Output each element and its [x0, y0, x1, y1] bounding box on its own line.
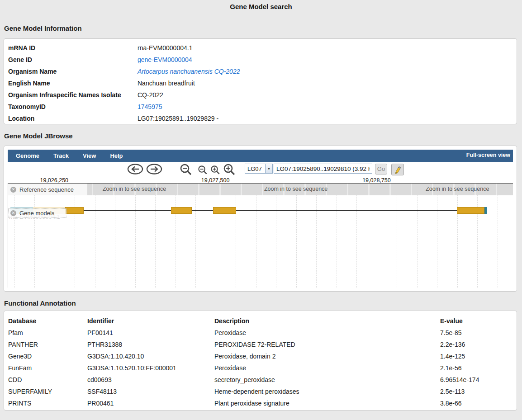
annotation-table-row: FunFam G3DSA:1.10.520.10:FF:000001 Perox… — [4, 362, 517, 374]
annotation-cell-database: CDD — [8, 376, 87, 383]
info-row-value: rna-EVM0000004.1 — [138, 44, 517, 52]
track-label-text: Gene models — [19, 210, 54, 217]
jbrowse-panel: GenomeTrackViewHelp Full-screen view — [4, 146, 517, 292]
annotation-table-row: CDD cd00693 secretory_peroxidase 6.96514… — [4, 374, 517, 386]
info-row: Gene ID gene-EVM0000004 — [4, 54, 517, 66]
minor-gridline — [397, 184, 397, 288]
annotation-cell-identifier: PF00141 — [87, 329, 214, 336]
info-row-label: Location — [8, 115, 138, 122]
jbrowse-track-canvas[interactable]: Zoom in to see sequenceZoom in to see se… — [8, 184, 513, 288]
annotation-cell-identifier: PTHR31388 — [87, 341, 214, 348]
minor-gridline — [417, 184, 418, 288]
zoom-in-large-button[interactable] — [223, 163, 236, 176]
pan-right-button[interactable] — [146, 164, 162, 175]
minor-gridline — [337, 184, 337, 288]
minor-gridline — [14, 184, 15, 288]
info-row-value-link[interactable]: 1745975 — [138, 103, 517, 110]
major-gridline — [377, 184, 377, 288]
minor-gridline — [296, 184, 297, 288]
info-row-value-link[interactable]: gene-EVM0000004 — [138, 56, 517, 63]
gene-segment-exon[interactable] — [171, 207, 192, 214]
minor-gridline — [276, 184, 276, 288]
info-row-value: Nanchuan breadfruit — [138, 80, 517, 87]
annotation-table-row: PANTHER PTHR31388 PEROXIDASE 72-RELATED … — [4, 339, 517, 350]
zoom-out-small-button[interactable] — [198, 165, 208, 175]
menu-item-track[interactable]: Track — [47, 152, 75, 159]
gene-segment-exon[interactable] — [213, 207, 236, 214]
location-input[interactable] — [274, 164, 372, 174]
functional-annotation-panel: Database Identifier Description E-value … — [4, 311, 517, 411]
zoom-in-message: Zoom in to see sequence — [264, 186, 327, 192]
annotation-cell-description: Peroxidase, domain 2 — [214, 353, 440, 360]
annotation-cell-identifier: PR00461 — [87, 400, 214, 407]
annotation-cell-identifier: G3DSA:1.10.420.10 — [87, 353, 214, 360]
info-row: Organism Name Artocarpus nanchuanensis C… — [4, 66, 517, 77]
zoom-out-large-button[interactable] — [180, 163, 192, 176]
gene-segment-utr[interactable] — [484, 207, 487, 214]
info-row-label: Gene ID — [8, 56, 138, 63]
gene-segment-exon[interactable] — [457, 207, 484, 214]
zoom-in-small-button[interactable] — [210, 165, 220, 175]
annotation-cell-identifier: cd00693 — [87, 376, 214, 383]
chevron-down-icon[interactable]: ▼ — [265, 164, 273, 174]
refseq-dropdown-value: LG07 — [245, 164, 265, 174]
minor-gridline — [195, 184, 196, 288]
close-track-icon[interactable]: ✕ — [10, 210, 16, 216]
menu-item-view[interactable]: View — [77, 152, 102, 159]
annotation-cell-identifier: G3DSA:1.10.520.10:FF:000001 — [87, 364, 214, 372]
major-gridline — [216, 184, 216, 288]
annotation-cell-description: Peroxidase — [214, 329, 440, 336]
jbrowse-menubar: GenomeTrackViewHelp Full-screen view — [8, 150, 513, 162]
minor-gridline — [457, 184, 458, 288]
major-gridline — [55, 184, 55, 288]
minor-gridline — [34, 184, 35, 288]
info-row-value: CQ-2022 — [138, 91, 517, 99]
go-button[interactable]: Go — [375, 164, 387, 175]
minor-gridline — [95, 184, 95, 288]
magnifier-minus-icon — [198, 165, 208, 175]
jbrowse-ruler[interactable]: 19,026,25019,027,50019,028,750 — [8, 177, 513, 184]
fullscreen-view-link[interactable]: Full-screen view — [466, 152, 510, 158]
minor-gridline — [176, 184, 176, 288]
gene-model-info-panel: mRNA ID rna-EVM0000004.1 Gene ID gene-EV… — [4, 38, 517, 124]
reference-sequence-track-label[interactable]: ✕ Reference sequence — [8, 184, 87, 195]
annotation-cell-evalue: 2.5e-113 — [440, 388, 517, 395]
info-row-value-link[interactable]: Artocarpus nanchuanensis CQ-2022 — [138, 68, 517, 75]
track-label-text: Reference sequence — [19, 186, 74, 193]
jbrowse-toolbar: LG07 ▼ Go — [8, 162, 513, 177]
annotation-table-row: PRINTS PR00461 Plant peroxidase signatur… — [4, 397, 517, 409]
menu-item-help[interactable]: Help — [104, 152, 128, 159]
refseq-dropdown[interactable]: LG07 ▼ — [245, 164, 273, 174]
close-track-icon[interactable]: ✕ — [10, 187, 16, 193]
menu-item-genome[interactable]: Genome — [10, 152, 45, 159]
jbrowse-section-heading: Gene Model JBrowse — [4, 132, 522, 140]
annotation-cell-description: Peroxidase — [214, 364, 440, 372]
annotation-cell-description: secretory_peroxidase — [214, 376, 440, 383]
annotation-cell-database: FunFam — [8, 364, 87, 372]
annotation-cell-evalue: 2.2e-136 — [440, 341, 517, 348]
gene-segment-exon[interactable] — [65, 207, 84, 214]
gene-models-track-label[interactable]: ✕ Gene models — [8, 208, 66, 218]
magnifier-plus-icon — [210, 165, 220, 175]
info-row-label: TaxonomyID — [8, 103, 138, 110]
info-row: mRNA ID rna-EVM0000004.1 — [4, 42, 517, 54]
left-arrow-icon — [127, 164, 143, 175]
annotation-section-heading: Functional Annotation — [4, 299, 522, 307]
annotation-table-row: Pfam PF00141 Peroxidase 7.5e-85 — [4, 327, 517, 339]
info-row: English Name Nanchuan breadfruit — [4, 77, 517, 89]
annotation-cell-identifier: Identifier — [87, 317, 214, 325]
info-row-value: LG07:19025891..19029829 - — [138, 115, 517, 122]
annotation-table-header-row: Database Identifier Description E-value — [4, 315, 517, 327]
zoom-in-message: Zoom in to see sequence — [103, 186, 166, 192]
annotation-cell-identifier: SSF48113 — [87, 388, 214, 395]
info-row-label: English Name — [8, 80, 138, 87]
annotation-cell-database: PANTHER — [8, 341, 87, 348]
minor-gridline — [236, 184, 236, 288]
highlight-tool-button[interactable] — [391, 164, 404, 175]
pan-left-button[interactable] — [127, 164, 143, 175]
annotation-cell-database: SUPERFAMILY — [8, 388, 87, 395]
highlighter-icon — [393, 165, 402, 174]
info-row: Location LG07:19025891..19029829 - — [4, 113, 517, 124]
annotation-table-row: Gene3D G3DSA:1.10.420.10 Peroxidase, dom… — [4, 350, 517, 362]
annotation-cell-evalue: 2.1e-56 — [440, 364, 517, 372]
